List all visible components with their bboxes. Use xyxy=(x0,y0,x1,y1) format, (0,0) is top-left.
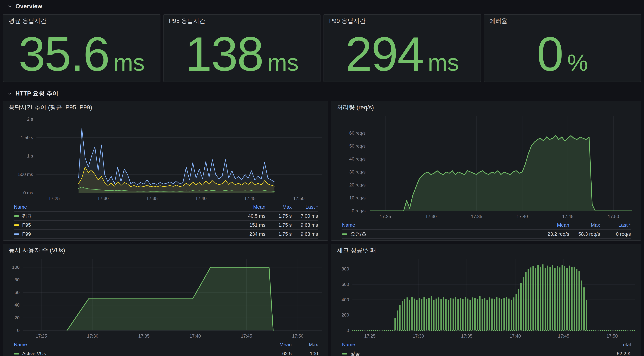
legend-name-header[interactable]: Name xyxy=(342,342,604,347)
legend-value: 1.75 s xyxy=(266,222,292,228)
legend-name-header[interactable]: Name xyxy=(14,204,239,210)
x-axis-tick-label: 17:25 xyxy=(36,333,47,338)
x-axis-tick-label: 17:25 xyxy=(48,196,60,201)
y-axis-tick-label: 0 req/s xyxy=(352,208,366,213)
section-title: Overview xyxy=(16,3,42,10)
panel-title[interactable]: 동시 사용자 수 (VUs) xyxy=(4,244,328,256)
series-label[interactable]: 요청/초 xyxy=(350,231,366,237)
stat-panel-error-rate: 에러율 0 % xyxy=(484,14,641,82)
legend-sort-header[interactable]: Total xyxy=(604,342,631,347)
legend-series-name[interactable]: P95 xyxy=(14,222,239,228)
stat-value: 294 xyxy=(345,30,423,78)
series-label[interactable]: P95 xyxy=(22,222,31,228)
y-axis-tick-label: 60 req/s xyxy=(350,130,366,136)
stat-unit: ms xyxy=(114,51,145,75)
x-axis-tick-label: 17:30 xyxy=(426,214,437,219)
legend-value: 1.75 s xyxy=(266,213,292,219)
section-row-overview[interactable]: Overview xyxy=(3,2,641,11)
panel-title[interactable]: 체크 성공/실패 xyxy=(332,244,640,256)
legend-series-name[interactable]: Active VUs xyxy=(14,351,266,356)
legend-table: NameMeanMaxLast *요청/초23.2 req/s58.3 req/… xyxy=(332,221,640,240)
legend-sort-header[interactable]: Last * xyxy=(600,222,631,228)
legend-value: 58.3 req/s xyxy=(569,231,600,237)
legend-value: 62.5 xyxy=(266,351,292,356)
legend-series-name[interactable]: 성공 xyxy=(342,350,604,356)
legend-value: 151 ms xyxy=(239,222,266,228)
x-axis-tick-label: 17:45 xyxy=(241,333,252,338)
legend-series-name[interactable]: P99 xyxy=(14,231,239,237)
legend-name-header[interactable]: Name xyxy=(342,222,538,228)
series-label[interactable]: 성공 xyxy=(350,350,360,356)
legend-value: 1.75 s xyxy=(266,231,292,237)
y-axis-tick-label: 10 req/s xyxy=(350,195,366,200)
legend-header-row: NameMeanMaxLast * xyxy=(342,221,631,229)
stat-value-area: 35.6 ms xyxy=(4,27,160,82)
y-axis-tick-label: 800 xyxy=(342,266,349,271)
series-color-swatch xyxy=(342,233,347,235)
legend-sort-header[interactable]: Max xyxy=(292,342,318,347)
stat-value-area: 0 % xyxy=(484,27,640,82)
time-series-plot: 0 req/s10 req/s20 req/s30 req/s40 req/s5… xyxy=(332,113,640,221)
chevron-down-icon xyxy=(8,91,12,96)
series-label[interactable]: 평균 xyxy=(22,213,32,219)
stat-panel-p99-response-time: P99 응답시간 294 ms xyxy=(324,14,481,82)
y-axis-tick-label: 50 req/s xyxy=(350,143,366,149)
series-color-swatch xyxy=(14,233,19,235)
stat-panel-avg-response-time: 평균 응답시간 35.6 ms xyxy=(3,14,160,82)
panel-title[interactable]: 에러율 xyxy=(484,15,640,27)
legend-series-name[interactable]: 평균 xyxy=(14,213,239,219)
legend-sort-header[interactable]: Max xyxy=(569,222,600,228)
x-axis-tick-label: 17:40 xyxy=(190,333,201,338)
series-color-swatch xyxy=(14,353,19,354)
legend-sort-header[interactable]: Last * xyxy=(292,204,318,210)
y-axis-tick-label: 400 xyxy=(342,297,349,302)
section-row-http-requests[interactable]: HTTP 요청 추이 xyxy=(3,90,641,98)
legend-header-row: NameTotal xyxy=(342,340,631,349)
chart-panel-throughput: 처리량 (req/s) 0 req/s10 req/s20 req/s30 re… xyxy=(331,101,641,241)
legend-header-row: NameMeanMax xyxy=(14,340,318,349)
series-label[interactable]: P99 xyxy=(22,231,31,237)
charts-row-2: 동시 사용자 수 (VUs) 02040608010017:2517:3017:… xyxy=(3,244,641,356)
x-axis-tick-label: 17:45 xyxy=(562,214,574,219)
x-axis-tick-label: 17:30 xyxy=(413,333,424,338)
panel-title[interactable]: 응답시간 추이 (평균, P95, P99) xyxy=(4,101,328,113)
stats-row: 평균 응답시간 35.6 ms P95 응답시간 138 ms xyxy=(3,14,641,82)
x-axis-tick-label: 17:50 xyxy=(606,333,618,338)
panel-title[interactable]: P95 응답시간 xyxy=(164,15,320,27)
chart-canvas: 0 req/s10 req/s20 req/s30 req/s40 req/s5… xyxy=(332,113,641,221)
series-color-swatch xyxy=(342,353,347,354)
stat-value: 35.6 xyxy=(18,30,109,78)
stat-value-area: 138 ms xyxy=(164,27,320,82)
y-axis-tick-label: 0 ms xyxy=(23,190,33,195)
panel-title[interactable]: 평균 응답시간 xyxy=(4,15,160,27)
panel-title[interactable]: 처리량 (req/s) xyxy=(332,101,640,113)
legend-name-header[interactable]: Name xyxy=(14,342,266,347)
legend-sort-header[interactable]: Mean xyxy=(266,342,292,347)
series-color-swatch xyxy=(14,215,19,217)
legend-value: 62.2 K xyxy=(604,351,631,356)
legend-sort-header[interactable]: Mean xyxy=(538,222,569,228)
series-label[interactable]: Active VUs xyxy=(22,351,46,356)
y-axis-tick-label: 1.50 s xyxy=(21,135,33,140)
panel-title[interactable]: P99 응답시간 xyxy=(324,15,480,27)
x-axis-tick-label: 17:30 xyxy=(87,333,98,338)
x-axis-tick-label: 17:25 xyxy=(380,214,391,219)
x-axis-tick-label: 17:35 xyxy=(461,333,472,338)
dashboard: Overview 평균 응답시간 35.6 ms P95 응답시간 138 ms xyxy=(0,0,644,356)
legend-row: Active VUs62.5100 xyxy=(14,349,318,356)
x-axis-tick-label: 17:30 xyxy=(97,196,108,201)
y-axis-tick-label: 0 xyxy=(17,328,20,333)
x-axis-tick-label: 17:25 xyxy=(364,333,376,338)
legend-table: NameMeanMaxActive VUs62.5100 xyxy=(4,340,328,356)
x-axis-tick-label: 17:35 xyxy=(138,333,150,338)
legend-value: 40.5 ms xyxy=(239,213,266,219)
legend-sort-header[interactable]: Max xyxy=(266,204,292,210)
legend-value: 234 ms xyxy=(239,231,266,237)
stat-unit: ms xyxy=(428,51,459,75)
legend-header-row: NameMeanMaxLast * xyxy=(14,203,318,211)
y-axis-tick-label: 1 s xyxy=(27,153,33,158)
chart-canvas: 02040608010017:2517:3017:3517:4017:4517:… xyxy=(4,256,328,340)
legend-series-name[interactable]: 요청/초 xyxy=(342,231,538,237)
legend-sort-header[interactable]: Mean xyxy=(239,204,266,210)
legend-value: 9.63 ms xyxy=(292,222,318,228)
